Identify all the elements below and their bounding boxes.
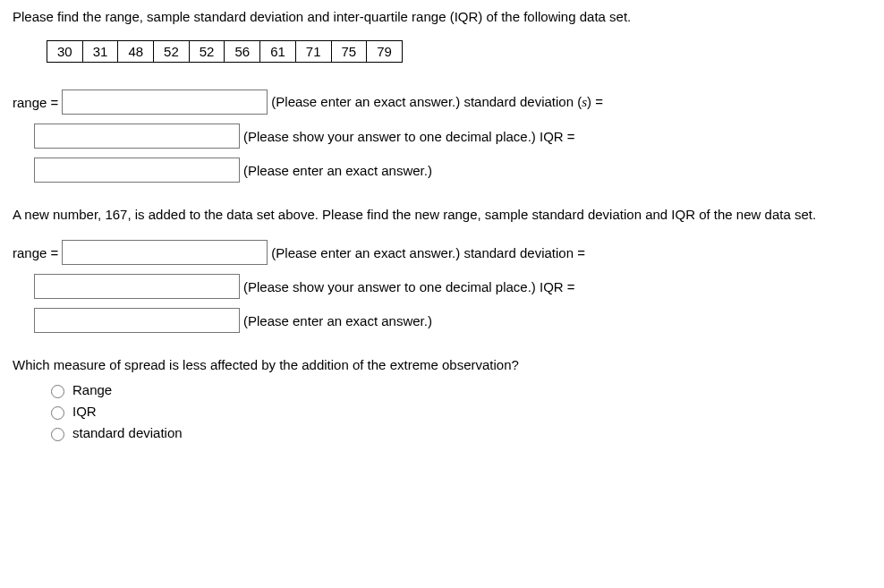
q2-sd-line: (Please show your answer to one decimal … xyxy=(34,274,871,299)
q1-iqr-line: (Please enter an exact answer.) xyxy=(34,158,871,183)
q2-range-input[interactable] xyxy=(62,240,268,265)
option-sd-label: standard deviation xyxy=(72,425,183,440)
data-cell: 71 xyxy=(295,41,331,63)
option-iqr-radio[interactable] xyxy=(51,406,64,420)
q2-iqr-input[interactable] xyxy=(34,308,240,333)
data-cell: 48 xyxy=(118,41,154,63)
data-cell: 52 xyxy=(189,41,225,63)
option-iqr-label: IQR xyxy=(72,404,97,419)
data-table: 30 31 48 52 52 56 61 71 75 79 xyxy=(47,40,403,63)
data-cell: 61 xyxy=(260,41,296,63)
option-sd-row: standard deviation xyxy=(47,425,871,441)
iqr-hint: (Please enter an exact answer.) xyxy=(243,163,432,178)
sd-hint: (Please show your answer to one decimal … xyxy=(243,129,575,144)
option-iqr-row: IQR xyxy=(47,404,871,420)
q1-sd-line: (Please show your answer to one decimal … xyxy=(34,124,871,149)
range-hint-text: (Please enter an exact answer.) standard… xyxy=(271,94,582,109)
data-cell: 30 xyxy=(47,41,83,63)
option-sd-radio[interactable] xyxy=(51,428,64,441)
range-label: range = xyxy=(13,95,58,110)
option-range-label: Range xyxy=(72,382,112,397)
q1-sd-input[interactable] xyxy=(34,124,240,149)
q2-range-line: range = (Please enter an exact answer.) … xyxy=(13,240,871,265)
data-cell: 75 xyxy=(331,41,367,63)
iqr-hint: (Please enter an exact answer.) xyxy=(243,313,432,328)
final-prompt: Which measure of spread is less affected… xyxy=(13,356,871,374)
data-cell: 56 xyxy=(225,41,260,63)
data-cell: 52 xyxy=(154,41,190,63)
option-range-row: Range xyxy=(47,382,871,398)
sd-hint: (Please show your answer to one decimal … xyxy=(243,279,575,294)
q1-range-line: range = (Please enter an exact answer.) … xyxy=(13,89,871,115)
range-hint-tail: ) = xyxy=(587,94,603,109)
range-label: range = xyxy=(13,245,58,260)
q2-iqr-line: (Please enter an exact answer.) xyxy=(34,308,871,333)
q2-sd-input[interactable] xyxy=(34,274,240,299)
mid-prompt: A new number, 167, is added to the data … xyxy=(13,206,871,224)
range-hint: (Please enter an exact answer.) standard… xyxy=(271,245,585,260)
data-row: 30 31 48 52 52 56 61 71 75 79 xyxy=(47,41,403,63)
data-cell: 31 xyxy=(82,41,118,63)
q1-range-input[interactable] xyxy=(62,89,268,115)
range-hint: (Please enter an exact answer.) standard… xyxy=(271,94,603,110)
option-range-radio[interactable] xyxy=(51,385,64,398)
intro-text: Please find the range, sample standard d… xyxy=(13,9,871,24)
radio-group: Range IQR standard deviation xyxy=(47,382,871,441)
q1-iqr-input[interactable] xyxy=(34,158,240,183)
data-cell: 79 xyxy=(367,41,403,63)
